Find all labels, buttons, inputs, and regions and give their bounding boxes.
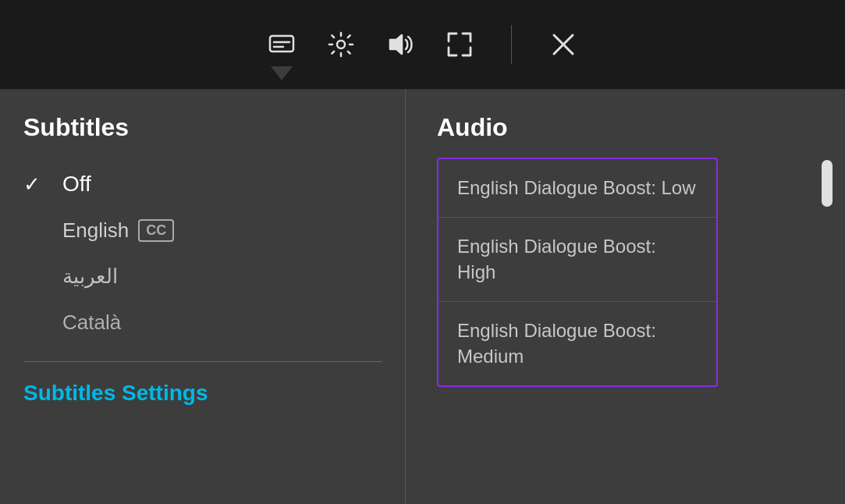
subtitle-english-label: English (62, 218, 129, 243)
audio-panel: Audio English Dialogue Boost: Low Englis… (406, 90, 845, 504)
audio-item-eng-high-label: English Dialogue Boost: High (457, 236, 656, 283)
cc-badge: CC (138, 219, 174, 243)
scrollbar-track (822, 160, 833, 339)
audio-item-eng-medium[interactable]: English Dialogue Boost: Medium (438, 302, 716, 385)
svg-marker-4 (390, 35, 402, 54)
subtitle-item-catala[interactable]: ✓ Català (23, 300, 382, 346)
audio-title: Audio (437, 113, 826, 142)
toolbar (0, 0, 845, 90)
scrollbar-thumb[interactable] (822, 160, 833, 207)
subtitle-item-arabic[interactable]: ✓ العربية (23, 254, 382, 300)
subtitle-catala-label: Català (62, 311, 121, 335)
subtitles-toolbar-button[interactable] (265, 27, 299, 62)
checkmark-icon: ✓ (23, 172, 47, 197)
audio-item-eng-low-label: English Dialogue Boost: Low (457, 177, 696, 198)
audio-item-eng-medium-label: English Dialogue Boost: Medium (457, 320, 656, 367)
subtitle-item-off[interactable]: ✓ Off (23, 161, 382, 208)
toolbar-icons (265, 25, 580, 64)
toolbar-divider (511, 25, 512, 64)
volume-toolbar-button[interactable] (383, 27, 417, 62)
subtitle-off-label: Off (62, 172, 91, 197)
fullscreen-toolbar-button[interactable] (442, 27, 477, 62)
svg-rect-0 (270, 36, 293, 51)
audio-item-eng-high[interactable]: English Dialogue Boost: High (438, 218, 716, 302)
subtitle-item-english[interactable]: ✓ English CC (23, 208, 382, 254)
audio-list: English Dialogue Boost: Low English Dial… (437, 158, 718, 387)
svg-point-3 (337, 41, 345, 48)
subtitle-arabic-label: العربية (62, 264, 118, 289)
subtitles-settings-link[interactable]: Subtitles Settings (23, 381, 382, 406)
audio-item-eng-low[interactable]: English Dialogue Boost: Low (438, 159, 716, 218)
close-toolbar-button[interactable] (546, 27, 580, 62)
subtitles-panel: Subtitles ✓ Off ✓ English CC ✓ العربية ✓… (0, 90, 406, 504)
settings-toolbar-button[interactable] (324, 27, 358, 62)
subtitles-title: Subtitles (23, 113, 382, 142)
main-content: Subtitles ✓ Off ✓ English CC ✓ العربية ✓… (0, 90, 845, 504)
divider (23, 361, 382, 362)
